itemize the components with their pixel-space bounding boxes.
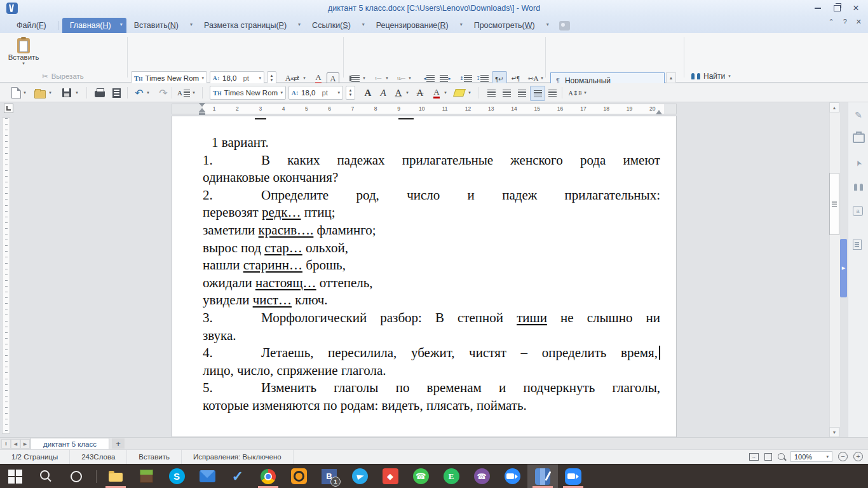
yandex-taskbar-button[interactable]: ◆ [375, 464, 405, 488]
print-preview-button[interactable] [109, 86, 123, 100]
restore-button[interactable] [827, 0, 846, 17]
tab-page-layout-dropdown[interactable]: ▾ [294, 18, 304, 33]
find-button[interactable]: Найти ▾ [691, 70, 731, 83]
chevron-down-icon[interactable] [22, 86, 28, 100]
chevron-down-icon[interactable] [466, 86, 473, 100]
tab-selector-box[interactable] [4, 104, 13, 113]
zoom-level-combo[interactable]: 100% ▾ [790, 451, 832, 462]
new-document-button[interactable] [9, 86, 23, 100]
close-button[interactable] [846, 0, 865, 17]
underline-button-small[interactable]: A [391, 86, 405, 100]
tab-file[interactable]: Файл(F) [9, 18, 54, 33]
appb-taskbar-button[interactable]: B1 [314, 464, 344, 488]
style-settings-button[interactable]: A [177, 86, 191, 100]
whatsapp-taskbar-button[interactable]: ☎ [405, 464, 436, 488]
align-right-button-small[interactable] [515, 86, 529, 100]
zoom-out-button[interactable]: − [838, 452, 848, 461]
close-document-icon[interactable]: ✕ [856, 18, 862, 26]
collapse-ribbon-icon[interactable]: ⌃ [828, 18, 834, 26]
redo-button[interactable]: ↷ [156, 86, 170, 100]
tab-list-button[interactable]: ‖ [1, 439, 11, 449]
chevron-down-icon[interactable] [74, 86, 80, 100]
evernote-taskbar-button[interactable]: E [436, 464, 466, 488]
edit-pen-icon[interactable]: ✎ [853, 109, 864, 121]
save-button[interactable] [60, 86, 74, 100]
vertical-scrollbar-thumb[interactable] [829, 173, 839, 235]
assistant-icon[interactable] [559, 21, 570, 30]
viber-taskbar-button[interactable]: ☎ [466, 464, 497, 488]
skype-taskbar-button[interactable]: S [161, 464, 192, 488]
vertical-ruler[interactable] [2, 118, 10, 434]
print-button[interactable] [93, 86, 107, 100]
left-indent-marker[interactable] [199, 102, 205, 115]
undo-button[interactable]: ↶ [132, 86, 146, 100]
tab-scroll-right-button[interactable]: ▶ [20, 439, 30, 449]
scroll-down-button[interactable]: ▼ [829, 427, 839, 437]
help-icon[interactable]: ? [843, 18, 847, 26]
open-button[interactable] [33, 86, 47, 100]
styles-scroll-up-button[interactable]: ▲ [666, 72, 676, 83]
todo-taskbar-button[interactable] [222, 464, 253, 488]
tab-view[interactable]: Просмотреть(W) [466, 18, 543, 33]
translate-icon[interactable]: a [853, 206, 863, 216]
scroll-up-button[interactable]: ▲ [829, 102, 839, 112]
chevron-down-icon[interactable] [582, 86, 588, 100]
start-taskbar-button[interactable] [0, 464, 31, 488]
wps-taskbar-button[interactable] [527, 464, 558, 488]
select-cursor-icon[interactable]: ➤ [851, 156, 866, 171]
search-taskbar-button[interactable] [31, 464, 61, 488]
briefcase-icon[interactable] [853, 133, 865, 143]
minecraft-taskbar-button[interactable] [131, 464, 161, 488]
align-left-button-small[interactable] [484, 86, 498, 100]
document-edit-icon[interactable] [853, 240, 862, 250]
sidebar-expand-handle[interactable] [840, 239, 847, 297]
font-size-stepper-small[interactable]: ▲▼ [346, 86, 355, 100]
bold-button-small[interactable]: A [361, 86, 375, 100]
highlighter-pen-button-small[interactable] [452, 86, 466, 100]
word-count-status[interactable]: 243Слова [70, 450, 127, 464]
justify-button-small[interactable] [530, 86, 545, 101]
font-color-button-small[interactable]: A [430, 86, 444, 100]
new-tab-button[interactable]: + [112, 438, 125, 449]
paste-button[interactable]: Вставить ▾ [6, 37, 41, 79]
line-spacing-button-small[interactable]: A⇕B [568, 86, 582, 100]
tab-scroll-left-button[interactable]: ◀ [11, 439, 20, 449]
zoom-magnifier-icon[interactable] [778, 453, 785, 460]
align-center-button-small[interactable] [499, 86, 513, 100]
strikethrough-button-small[interactable]: A [413, 86, 427, 100]
chrome-taskbar-button[interactable] [253, 464, 283, 488]
document-page[interactable]: 1 вариант.1.В каких падежах прилагательн… [172, 116, 677, 437]
telegram-taskbar-button[interactable] [344, 464, 375, 488]
tab-home[interactable]: Главная(H) [62, 18, 119, 33]
right-indent-marker[interactable] [656, 108, 662, 114]
track-changes-status[interactable]: Исправления: Выключено [182, 450, 294, 464]
chevron-down-icon[interactable] [442, 86, 449, 100]
zoom-in-button[interactable]: + [853, 452, 863, 461]
tab-references[interactable]: Ссылки(S) [304, 18, 358, 33]
antivirus-taskbar-button[interactable] [283, 464, 314, 488]
explorer-taskbar-button[interactable] [100, 464, 131, 488]
insert-mode-status[interactable]: Вставить [127, 450, 182, 464]
tab-insert[interactable]: Вставить(N) [126, 18, 186, 33]
page-count-status[interactable]: 1/2 Страницы [0, 450, 70, 464]
chevron-down-icon[interactable] [145, 86, 151, 100]
tab-review-dropdown[interactable]: ▾ [456, 18, 466, 33]
chevron-down-icon[interactable] [47, 86, 53, 100]
font-size-combo-small[interactable]: A↕ 18,0 pt ▾ [288, 86, 343, 100]
document-tab-active[interactable]: диктант 5 класс [31, 438, 109, 449]
minimize-button[interactable] [808, 0, 827, 17]
find-binoculars-icon[interactable] [853, 182, 864, 193]
tab-insert-dropdown[interactable]: ▾ [186, 18, 196, 33]
tab-view-dropdown[interactable]: ▾ [543, 18, 553, 33]
tab-review[interactable]: Рецензирование(R) [369, 18, 456, 33]
cut-button[interactable]: ✂ Вырезать [42, 70, 84, 83]
distribute-button-small[interactable] [545, 86, 559, 100]
cortana-taskbar-button[interactable] [61, 464, 92, 488]
fit-width-view-icon[interactable]: ↔ [749, 453, 759, 461]
tab-home-dropdown[interactable]: ▾ [116, 18, 126, 33]
tab-page-layout[interactable]: Разметка страницы(P) [196, 18, 294, 33]
mail-taskbar-button[interactable] [192, 464, 222, 488]
chevron-down-icon[interactable] [404, 86, 410, 100]
font-name-combo-small[interactable]: TH Times New Rom ▾ [210, 86, 286, 100]
tab-references-dropdown[interactable]: ▾ [358, 18, 369, 33]
